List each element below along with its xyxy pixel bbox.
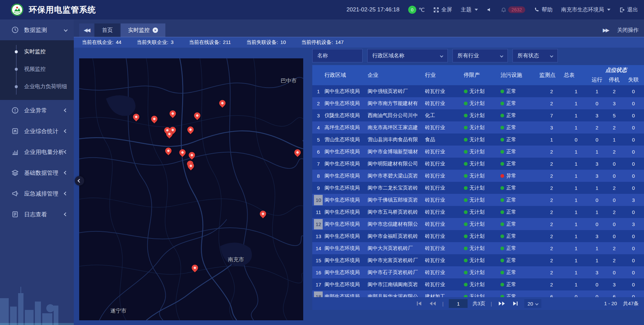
fullscreen-button[interactable]: 全屏: [433, 6, 452, 13]
row-monitor-points: 2: [539, 173, 564, 179]
table-row[interactable]: 16阆中生态环境局阆中市石子页岩机砖厂砖瓦行业无计划正常21300: [312, 266, 644, 278]
table-row[interactable]: 6阆中生态环境局阆中市金博瑞新型墙材砖瓦行业无计划正常21120: [312, 146, 644, 158]
table-row[interactable]: 9阆中生态环境局阆中市二龙长宝页岩砖砖瓦行业无计划正常21120: [312, 182, 644, 194]
sidebar-section-label: 企业异常: [24, 107, 64, 114]
sound-toggle-button[interactable]: [487, 7, 492, 12]
row-lost-count: 0: [623, 258, 644, 263]
tab-label: 首页: [102, 27, 113, 34]
tab-实时监控[interactable]: 实时监控×: [121, 23, 165, 37]
sidebar-item[interactable]: 实时监控: [0, 43, 74, 60]
notifications-button[interactable]: 2632: [501, 6, 525, 13]
status-text: 无计划: [470, 100, 485, 107]
sidebar-section[interactable]: 数据监测: [0, 19, 74, 40]
status-filter-select[interactable]: 所有状态: [513, 49, 558, 62]
row-total-meters: 1: [564, 282, 588, 287]
sidebar-section-label: 应急减排管理: [24, 190, 64, 198]
row-company: 阆中市金博瑞新型墙材: [368, 149, 425, 155]
table-row[interactable]: 10阆中生态环境局阆中千佛镇五郎垭页岩砖瓦行业无计划正常21003: [312, 194, 644, 206]
chevron-down-icon: [475, 9, 478, 11]
tab-首页[interactable]: 首页: [95, 23, 120, 37]
row-monitor-points: 2: [539, 185, 564, 191]
table-row[interactable]: 18南部生态环境局南部县新华水泥有限公建材加工无计划正常60060: [312, 290, 644, 297]
chevron-left-icon: [64, 129, 67, 133]
row-monitor-points: 1: [539, 137, 564, 143]
status-text: 无计划: [470, 173, 485, 179]
row-index: 11: [314, 207, 323, 217]
table-row[interactable]: 12阆中生态环境局阆中市忠信建材有限公砖瓦行业无计划正常21003: [312, 218, 644, 230]
row-stopped-count: 1: [605, 137, 623, 143]
table-row[interactable]: 8阆中生态环境局阆中市枣碧大梁山页岩砖瓦行业无计划异常21300: [312, 170, 644, 182]
tabs-scroll-left-button[interactable]: ◀◀: [79, 23, 94, 37]
table-row[interactable]: 1阆中生态环境局阆中强锐页岩砖厂砖瓦行业无计划正常21120: [312, 85, 644, 97]
org-dropdown[interactable]: 南充市生态环境局: [561, 6, 610, 13]
sidebar-section[interactable]: 应急减排管理: [0, 183, 74, 204]
table-row[interactable]: 4高坪生态环境局南充市高坪区王家店建砖瓦行业无计划正常31220: [312, 121, 644, 133]
region-filter-select[interactable]: 行政区域名称: [367, 49, 448, 62]
previous-page-button[interactable]: [428, 300, 437, 307]
next-page-button[interactable]: [497, 300, 506, 307]
table-row[interactable]: 11阆中生态环境局阆中市五马桥页岩机砖砖瓦行业无计划正常21120: [312, 206, 644, 218]
sidebar-item[interactable]: 企业电力负荷明细: [0, 78, 74, 95]
row-monitor-points: 2: [539, 209, 564, 215]
close-icon[interactable]: ×: [153, 28, 158, 33]
table-row[interactable]: 2阆中生态环境局阆中市南方节能建材有砖瓦行业无计划正常21030: [312, 97, 644, 109]
status-text: 正常: [506, 257, 516, 264]
table-row[interactable]: 17阆中生态环境局阆中市江南镇阆南页岩砖瓦行业无计划正常21030: [312, 278, 644, 290]
row-region: 阆中生态环境局: [325, 185, 368, 191]
page-number-input[interactable]: [449, 299, 468, 308]
sidebar-section[interactable]: 企业用电量分析: [0, 142, 74, 162]
row-running-count: 0: [588, 221, 605, 227]
row-stop-limit: 无计划: [464, 269, 501, 276]
theme-dropdown[interactable]: 主题: [461, 6, 478, 13]
row-region: 阆中生态环境局: [325, 233, 368, 239]
table-row[interactable]: 7阆中生态环境局阆中明阳建材有限公司砖瓦行业无计划正常21300: [312, 158, 644, 170]
row-industry: 砖瓦行业: [425, 257, 464, 264]
row-monitor-points: 2: [539, 149, 564, 155]
fullscreen-label: 全屏: [441, 6, 452, 13]
status-text: 正常: [506, 161, 516, 167]
map-canvas[interactable]: [79, 58, 303, 320]
row-monitor-points: 3: [539, 125, 564, 130]
name-filter-input[interactable]: [317, 53, 358, 59]
row-industry: 砖瓦行业: [425, 161, 464, 167]
page-size-value: 20: [528, 301, 533, 307]
table-row[interactable]: 3仪陇生态环境局西南油气田分公司川中化工无计划正常71350: [312, 109, 644, 121]
help-button[interactable]: 帮助: [534, 6, 552, 13]
sidebar-section[interactable]: 日志查看: [0, 204, 74, 225]
status-dot-green-icon: [464, 114, 468, 117]
table-row[interactable]: 15阆中生态环境局阆中市光富页岩机砖厂砖瓦行业无计划正常21120: [312, 254, 644, 266]
chevron-down-icon: [535, 302, 539, 305]
status-text: 无计划: [470, 269, 485, 276]
page-size-select[interactable]: 20: [524, 299, 542, 308]
row-stop-limit: 无计划: [464, 137, 501, 143]
industry-filter-select[interactable]: 所有行业: [452, 49, 508, 62]
tabs-scroll-right-button[interactable]: ▶▶: [603, 27, 608, 33]
tab-label: 实时监控: [128, 27, 150, 34]
status-text: 无计划: [470, 137, 485, 143]
sidebar-item[interactable]: 视频监控: [0, 60, 74, 78]
first-page-button[interactable]: [415, 300, 424, 307]
row-index: 13: [314, 231, 323, 241]
row-facility-status: 正常: [500, 161, 539, 167]
status-dot-green-icon: [464, 271, 468, 274]
status-text: 无计划: [470, 281, 485, 288]
status-dot-green-icon: [464, 210, 468, 214]
total-pages-label: 共3页: [472, 301, 485, 307]
status-text: 正常: [506, 149, 516, 155]
header-datetime: 2021-02-25 17:46:18: [346, 6, 399, 13]
logout-button[interactable]: 退出: [619, 6, 638, 13]
row-stop-limit: 无计划: [464, 293, 501, 297]
row-industry: 砖瓦行业: [425, 124, 464, 131]
table-row[interactable]: 5营山生态环境局营山县润丰肉食品有限食品无计划正常10010: [312, 133, 644, 146]
last-page-button[interactable]: [511, 300, 520, 307]
row-company: 西南油气田分公司川中: [368, 112, 425, 119]
close-operations-button[interactable]: 关闭操作: [617, 27, 639, 34]
sidebar-section[interactable]: 企业综合统计: [0, 121, 74, 142]
sidebar-section-label: 基础数据管理: [24, 169, 64, 177]
sidebar-section[interactable]: 基础数据管理: [0, 162, 74, 183]
chevron-left-icon: [64, 150, 67, 154]
sidebar-section[interactable]: 企业异常: [0, 100, 74, 121]
stat-label: 当前在线企业:: [82, 39, 113, 46]
table-row[interactable]: 13阆中生态环境局阆中市金福旺页岩机砖砖瓦行业无计划正常21300: [312, 230, 644, 242]
table-row[interactable]: 14阆中生态环境局阆中大兴页岩机砖厂砖瓦行业无计划正常21120: [312, 242, 644, 254]
